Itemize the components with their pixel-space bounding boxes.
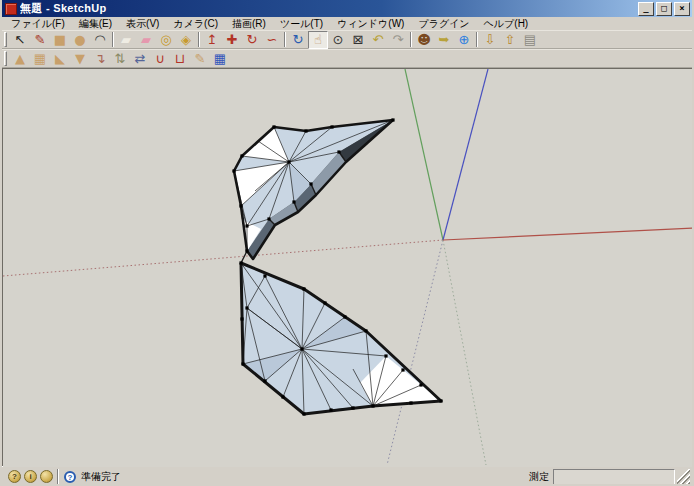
zoom-extents-icon: ⊠ (353, 33, 364, 46)
menu-item-3[interactable]: 表示(V) (119, 17, 166, 30)
vertex-dot (281, 395, 284, 398)
get-current-view-button[interactable]: ⇩ (480, 31, 500, 49)
flip-edge-button[interactable]: ⇄ (130, 50, 150, 68)
toolbar-separator (476, 32, 478, 47)
vertex-dot (239, 261, 242, 264)
paint-bucket-button[interactable]: ◈ (176, 31, 196, 49)
vertex-dot (309, 182, 312, 185)
menu-item-7[interactable]: ウィンドウ(W) (330, 17, 411, 30)
fan-pencil-icon: ✎ (195, 52, 206, 65)
orbit-button[interactable]: ↻ (288, 31, 308, 49)
grid-plugin-button[interactable]: ▦ (210, 50, 230, 68)
status-circle-1-icon[interactable]: ? (8, 470, 21, 483)
place-model-button[interactable]: ⇧ (500, 31, 520, 49)
position-camera-icon: ☻ (417, 33, 431, 46)
vertex-dot (240, 154, 243, 157)
arc-button[interactable]: ◠ (90, 31, 110, 49)
sandbox-from-contours-button[interactable]: ▲ (10, 50, 30, 68)
vertex-dot (384, 354, 387, 357)
status-bar: ?i ? 準備完了 測定 (2, 466, 692, 486)
tape-measure-button[interactable]: ◎ (156, 31, 176, 49)
status-circle-3-icon[interactable] (40, 470, 53, 483)
tool-u-box-button[interactable]: ⊔ (170, 50, 190, 68)
resize-grip[interactable] (677, 469, 690, 485)
share-model-button[interactable]: ▤ (520, 31, 540, 49)
drape-icon: ↴ (95, 52, 106, 65)
title-bar[interactable]: 無題 - SketchUp _ □ × (2, 0, 692, 17)
stamp-button[interactable]: ▼ (70, 50, 90, 68)
move-button[interactable]: ✚ (222, 31, 242, 49)
toolbar-sandbox: ▲▦◣▼↴⇅⇄∪⊔✎▦ (2, 49, 692, 68)
eraser-white-icon: ▰ (121, 33, 131, 46)
zoom-button[interactable]: ⊙ (328, 31, 348, 49)
offset-icon: ∽ (267, 33, 278, 46)
zoom-extents-button[interactable]: ⊠ (348, 31, 368, 49)
line-pencil-icon: ✎ (35, 33, 46, 46)
measurements-input[interactable] (553, 469, 675, 485)
rectangle-button[interactable]: ■ (50, 31, 70, 49)
push-pull-button[interactable]: ↥ (202, 31, 222, 49)
paint-bucket-icon: ◈ (181, 33, 191, 46)
tool-u-button[interactable]: ∪ (150, 50, 170, 68)
vertex-dot (330, 125, 333, 128)
smoove-button[interactable]: ◣ (50, 50, 70, 68)
help-icon[interactable]: ? (64, 471, 76, 483)
zoom-icon: ⊙ (333, 33, 344, 46)
next-view-button[interactable]: ↷ (388, 31, 408, 49)
vertex-dot (364, 329, 367, 332)
menu-item-2[interactable]: 編集(E) (72, 17, 119, 30)
rotate-button[interactable]: ↻ (242, 31, 262, 49)
maximize-button[interactable]: □ (656, 2, 672, 16)
toolbar-main: ↖✎■●◠▰▰◎◈↥✚↻∽↻☝⊙⊠↶↷☻➥⊕⇩⇧▤ (2, 30, 692, 49)
vertex-dot (337, 150, 340, 153)
toolbar-separator (112, 32, 114, 47)
google-earth-button[interactable]: ⊕ (454, 31, 474, 49)
menu-item-6[interactable]: ツール(T) (273, 17, 330, 30)
circle-button[interactable]: ● (70, 31, 90, 49)
menu-item-9[interactable]: ヘルプ(H) (477, 17, 536, 30)
toolbar-separator (284, 32, 286, 47)
toolbar-grip[interactable] (4, 32, 7, 47)
vertex-dot (401, 368, 404, 371)
add-detail-button[interactable]: ⇅ (110, 50, 130, 68)
eraser-button[interactable]: ▰ (136, 31, 156, 49)
scene-canvas[interactable] (3, 69, 693, 467)
vertex-dot (304, 129, 307, 132)
sandbox-from-scratch-button[interactable]: ▦ (30, 50, 50, 68)
sandbox-from-scratch-icon: ▦ (34, 52, 46, 65)
fan-pencil-button[interactable]: ✎ (190, 50, 210, 68)
menu-item-4[interactable]: カメラ(C) (166, 17, 225, 30)
line-pencil-button[interactable]: ✎ (30, 31, 50, 49)
toolbar-separator (198, 32, 200, 47)
menu-item-1[interactable]: ファイル(F) (4, 17, 72, 30)
menu-item-8[interactable]: プラグイン (411, 17, 476, 30)
select-button[interactable]: ↖ (10, 31, 30, 49)
vertex-dot (439, 399, 442, 402)
stamp-icon: ▼ (75, 52, 85, 65)
vertex-dot (391, 118, 394, 121)
toolbar-grip[interactable] (4, 51, 7, 66)
offset-button[interactable]: ∽ (262, 31, 282, 49)
window-title: 無題 - SketchUp (20, 1, 638, 16)
vertex-dot (245, 224, 248, 227)
vertex-dot (302, 287, 305, 290)
toolbar-separator (410, 32, 412, 47)
grid-plugin-icon: ▦ (214, 52, 226, 65)
rectangle-icon: ■ (54, 33, 66, 46)
close-button[interactable]: × (674, 2, 690, 16)
status-circle-2-icon[interactable]: i (24, 470, 37, 483)
vertex-dot (343, 315, 346, 318)
status-ready-text: 準備完了 (81, 470, 121, 484)
position-camera-button[interactable]: ☻ (414, 31, 434, 49)
eraser-white-button[interactable]: ▰ (116, 31, 136, 49)
minimize-button[interactable]: _ (638, 2, 654, 16)
pan-button[interactable]: ☝ (308, 31, 328, 49)
previous-view-button[interactable]: ↶ (368, 31, 388, 49)
drape-button[interactable]: ↴ (90, 50, 110, 68)
model-viewport[interactable] (2, 68, 692, 466)
walk-button[interactable]: ➥ (434, 31, 454, 49)
menu-item-5[interactable]: 描画(R) (225, 17, 273, 30)
sketchup-window: 無題 - SketchUp _ □ × ファイル(F)編集(E)表示(V)カメラ… (0, 0, 694, 486)
menu-bar: ファイル(F)編集(E)表示(V)カメラ(C)描画(R)ツール(T)ウィンドウ(… (2, 17, 692, 30)
push-pull-icon: ↥ (207, 33, 218, 46)
